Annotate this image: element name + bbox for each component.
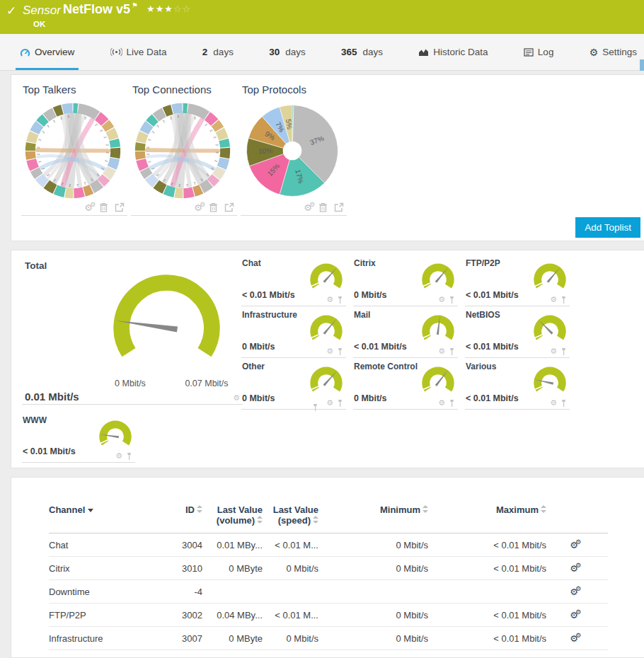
gauges-panel: Total 0 Mbit/s 0.07 Mbit/s 0.01 Mbit/s ⚙…: [11, 250, 644, 468]
cell-min: 0 Mbit/s: [318, 557, 428, 580]
gauge-settings-icon[interactable]: ⚙: [438, 295, 445, 304]
open-external-icon[interactable]: [115, 202, 125, 212]
cell-id: 3004: [153, 533, 202, 557]
svg-text:2: 2: [214, 159, 218, 162]
cell-id: 3002: [153, 604, 202, 627]
tab-settings[interactable]: ⚙ Settings: [585, 34, 641, 70]
cell-channel: Infrastructure: [49, 627, 153, 650]
gauge-settings-icon[interactable]: ⚙: [233, 393, 240, 403]
sort-icon: [257, 516, 263, 524]
table-row[interactable]: Infrastructure30070 MByte0 Mbit/s0 Mbit/…: [49, 627, 608, 650]
svg-text:2: 2: [186, 183, 189, 187]
svg-text:2: 2: [178, 183, 180, 187]
delete-icon[interactable]: [209, 202, 218, 212]
gauge-max-label: 0.07 Mbit/s: [176, 379, 237, 388]
channel-table-panel: Channel ID Last Value(volume) Last Value…: [11, 477, 644, 658]
tab-log[interactable]: Log: [519, 34, 558, 70]
sensor-header: ✓ Sensor NetFlow v5 ⚑ ★★★☆☆ OK: [0, 0, 644, 34]
col-header-maximum[interactable]: Maximum: [428, 478, 546, 533]
channel-gauge: [530, 311, 570, 350]
pin-icon[interactable]: [449, 296, 455, 304]
cell-speed: 0 Mbit/s: [263, 627, 318, 650]
svg-text:2: 2: [105, 144, 109, 146]
pin-icon[interactable]: [560, 399, 567, 408]
pin-icon[interactable]: [337, 399, 343, 408]
gauge-settings-icon[interactable]: ⚙: [326, 347, 333, 356]
cell-min: 0 Mbit/s: [318, 627, 428, 650]
table-row[interactable]: Chat30040.01 MBy...< 0.01 M...0 Mbit/s< …: [49, 533, 608, 557]
open-external-icon[interactable]: [334, 202, 344, 212]
svg-text:2: 2: [42, 130, 46, 134]
pin-icon[interactable]: [337, 347, 343, 356]
pin-icon[interactable]: [126, 452, 132, 461]
toplist-top-protocols: Top Protocols 37%17%15%10%9%7%5% ⚙⚙: [241, 82, 347, 216]
tab-30-days[interactable]: 30days: [265, 34, 310, 70]
channel-settings-icon[interactable]: ⚙⚙: [570, 587, 578, 596]
channel-settings-icon[interactable]: ⚙⚙: [570, 611, 578, 620]
gauge-settings-icon[interactable]: ⚙: [438, 398, 445, 408]
table-row[interactable]: Citrix30100 MByte0 Mbit/s0 Mbit/s< 0.01 …: [49, 557, 608, 580]
cell-channel: Chat: [49, 533, 153, 557]
tab-historic-data[interactable]: Historic Data: [414, 34, 492, 70]
top-protocols-pie-chart[interactable]: 37%17%15%10%9%7%5%: [243, 101, 342, 200]
gauge-settings-icon[interactable]: ⚙: [438, 347, 445, 356]
sort-icon: [541, 505, 546, 513]
channel-table: Channel ID Last Value(volume) Last Value…: [49, 478, 608, 650]
gauge-settings-icon[interactable]: ⚙: [326, 295, 333, 304]
pin-icon[interactable]: [560, 347, 567, 356]
table-row[interactable]: Downtime-4⚙⚙: [49, 580, 608, 604]
tab-overview[interactable]: Overview: [16, 34, 79, 70]
gauge-settings-icon[interactable]: ⚙: [115, 451, 122, 461]
toplist-settings-icon[interactable]: ⚙⚙: [84, 203, 93, 212]
cell-max: < 0.01 Mbit/s: [428, 627, 546, 650]
log-icon: [524, 48, 534, 57]
svg-text:2: 2: [156, 124, 160, 128]
flag-icon[interactable]: ⚑: [132, 1, 138, 9]
channel-gauge-grid: Chat< 0.01 Mbit/s⚙Citrix0 Mbit/s⚙FTP/P2P…: [241, 255, 577, 410]
gauge-value: < 0.01 Mbit/s: [242, 290, 295, 300]
svg-text:2: 2: [215, 144, 219, 146]
cell-max: < 0.01 Mbit/s: [428, 533, 546, 557]
tab-2-days[interactable]: 2days: [198, 34, 238, 70]
channel-gauge: [306, 363, 346, 401]
delete-icon[interactable]: [99, 202, 108, 212]
col-header-channel[interactable]: Channel: [49, 478, 153, 533]
gauge-tile-netbios: NetBIOS< 0.01 Mbit/s⚙: [465, 306, 570, 358]
col-header-id[interactable]: ID: [153, 478, 202, 533]
channel-settings-icon[interactable]: ⚙⚙: [570, 541, 578, 550]
cell-id: -4: [153, 580, 202, 604]
add-toplist-button[interactable]: Add Toplist: [575, 217, 640, 238]
gauge-value: < 0.01 Mbit/s: [23, 446, 76, 456]
pin-icon[interactable]: [449, 399, 455, 408]
channel-filter-icon: [88, 509, 93, 512]
channel-settings-icon[interactable]: ⚙⚙: [570, 564, 578, 573]
pin-icon[interactable]: [449, 347, 455, 356]
gauge-settings-icon[interactable]: ⚙: [550, 398, 557, 408]
gauge-settings-icon[interactable]: ⚙: [550, 347, 557, 356]
gauge-label: Chat: [242, 258, 261, 268]
svg-text:2: 2: [94, 123, 98, 127]
table-row[interactable]: FTP/P2P30020.04 MBy...< 0.01 M...0 Mbit/…: [49, 604, 608, 627]
delete-icon[interactable]: [318, 202, 328, 212]
open-external-icon[interactable]: [224, 202, 234, 212]
priority-stars[interactable]: ★★★☆☆: [146, 4, 191, 14]
gauge-min-label: 0 Mbit/s: [105, 379, 155, 388]
gauge-settings-icon[interactable]: ⚙: [326, 398, 333, 408]
pin-icon[interactable]: [560, 296, 567, 304]
gauge-settings-icon[interactable]: ⚙: [550, 295, 557, 304]
svg-text:2: 2: [37, 153, 40, 156]
channel-settings-icon[interactable]: ⚙⚙: [570, 634, 578, 643]
tab-365-days[interactable]: 365days: [337, 34, 387, 70]
top-talkers-chord-chart[interactable]: 52222222222222222222222222: [23, 101, 122, 200]
svg-text:2: 2: [209, 129, 213, 132]
cell-max: < 0.01 Mbit/s: [428, 557, 546, 580]
toplist-settings-icon[interactable]: ⚙⚙: [304, 203, 312, 212]
top-connections-chord-chart[interactable]: 52222222222222222222222222: [133, 101, 232, 200]
pin-icon[interactable]: [337, 296, 343, 304]
col-header-last-speed[interactable]: Last Value(speed): [263, 478, 318, 533]
col-header-last-volume[interactable]: Last Value(volume): [202, 478, 263, 533]
channel-gauge: [306, 260, 346, 298]
toplist-settings-icon[interactable]: ⚙⚙: [194, 203, 202, 212]
tab-live-data[interactable]: Live Data: [106, 34, 171, 70]
col-header-minimum[interactable]: Minimum: [318, 478, 428, 533]
